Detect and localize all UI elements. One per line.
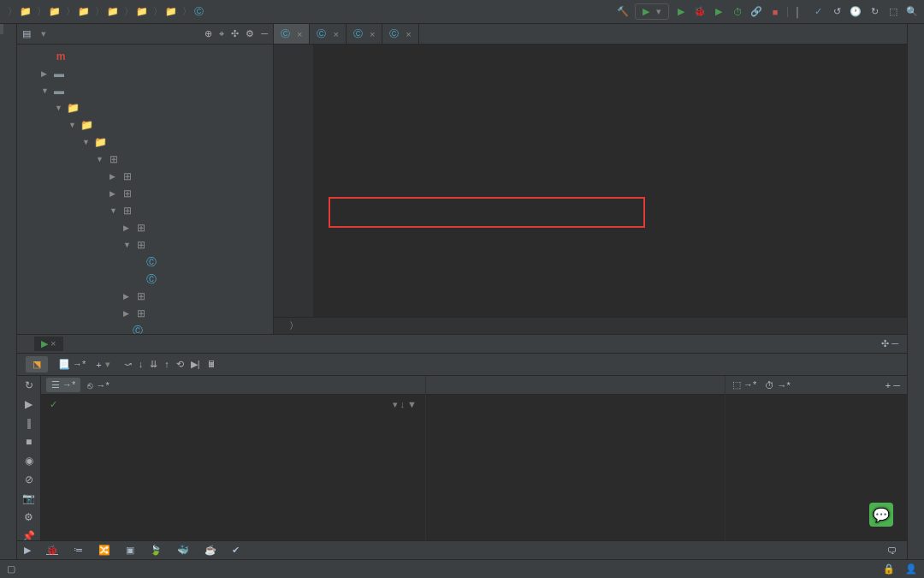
git-revert-icon[interactable]: ↻ (868, 5, 881, 19)
resume-button[interactable]: ▶ (25, 398, 33, 410)
step-over-icon[interactable]: ⤻ (124, 359, 132, 370)
tree-folder[interactable]: ▼📁 (17, 99, 273, 116)
tab-structure[interactable] (0, 34, 3, 45)
hide-icon[interactable]: ✣ (231, 28, 239, 39)
bottom-tab-debug[interactable]: 🐞 (46, 545, 62, 556)
bottom-tab-spring[interactable]: 🍃 (150, 545, 165, 556)
event-log[interactable]: 🗨 (887, 545, 900, 556)
close-icon[interactable]: × (406, 29, 411, 39)
tree-package[interactable]: ▶⊞ (17, 305, 273, 322)
threads-tab[interactable]: ⎋ →* (87, 380, 109, 390)
run-button[interactable]: ▶ (674, 5, 688, 19)
debug-run-config[interactable]: ▶ × (34, 337, 63, 351)
close-icon[interactable]: × (333, 29, 338, 39)
memory-tab[interactable]: ⬚ →* (732, 379, 756, 390)
tree-source-folder[interactable]: ▼📁 (17, 134, 273, 151)
tree-package[interactable]: ▶⊞ (17, 168, 273, 185)
bottom-tab-todo[interactable]: ≔ (74, 545, 86, 556)
run-to-cursor-icon[interactable]: ▶| (191, 359, 200, 370)
tree-file[interactable]: m (17, 48, 273, 65)
bottom-tab-luacheck[interactable]: ✔ (232, 545, 243, 556)
step-out-icon[interactable]: ↑ (164, 359, 169, 370)
settings-icon[interactable]: ⚙ (246, 28, 254, 39)
bottom-tab-vcs[interactable]: 🔀 (98, 545, 114, 556)
bottom-tab-terminal[interactable]: ▣ (126, 545, 138, 556)
tree-package[interactable]: ▼⊞ (17, 236, 273, 253)
editor-breadcrumb[interactable]: 〉 (274, 317, 907, 334)
bottom-tab-jee[interactable]: ☕ (204, 545, 220, 556)
git-history-icon[interactable]: 🕐 (849, 5, 862, 19)
step-into-icon[interactable]: ↓ (139, 359, 144, 370)
evaluate-icon[interactable]: 🖩 (207, 359, 216, 370)
rerun-button[interactable]: ↻ (25, 379, 33, 391)
git-commit-icon[interactable]: ↺ (830, 5, 844, 19)
tree-class[interactable]: Ⓒ (17, 253, 273, 271)
drop-frame-icon[interactable]: ⟲ (176, 359, 184, 370)
tree-package[interactable]: ▶⊞ (17, 185, 273, 202)
editor-tab[interactable]: Ⓒ× (274, 24, 310, 44)
breadcrumb-item[interactable]: 📁 (78, 6, 92, 17)
stop-button[interactable]: ■ (768, 5, 782, 19)
git-update-icon[interactable]: ✓ (811, 5, 825, 19)
stop-button[interactable]: ■ (26, 436, 32, 448)
frames-tab[interactable]: ☰ →* (46, 378, 80, 392)
editor-tab[interactable]: Ⓒ× (382, 24, 418, 44)
run-config-selector[interactable]: ▶ ▾ (635, 3, 669, 20)
code-view[interactable] (313, 45, 907, 317)
tab-database[interactable] (908, 34, 924, 45)
bottom-tab-docker[interactable]: 🐳 (177, 545, 192, 556)
tree-class[interactable]: Ⓒ (17, 271, 273, 288)
breadcrumb-item[interactable]: 📁 (20, 6, 34, 17)
lock-icon[interactable]: 🔒 (883, 563, 895, 575)
minimize-icon[interactable]: ✣ ─ (881, 338, 898, 349)
attach-button[interactable]: 🔗 (749, 5, 763, 19)
status-icon[interactable]: ▢ (7, 563, 15, 575)
tree-package[interactable]: ▶⊞ (17, 288, 273, 305)
tree-package[interactable]: ▼⊞ (17, 202, 273, 219)
select-opened-icon[interactable]: ⌖ (219, 28, 224, 39)
tab-project[interactable] (0, 24, 3, 34)
editor-tab[interactable]: Ⓒ× (310, 24, 346, 44)
build-icon[interactable]: 🔨 (616, 5, 630, 19)
dump-button[interactable]: 📷 (22, 492, 35, 504)
coverage-button[interactable]: ▶ (712, 5, 726, 19)
breadcrumb-item[interactable]: 📁 (49, 6, 63, 17)
breadcrumb-item[interactable]: 📁 (136, 6, 151, 17)
tree-module[interactable]: ▶▬ (17, 65, 273, 82)
project-tree[interactable]: m ▶▬ ▼▬ ▼📁 ▼📁 ▼📁 ▼⊞ ▶⊞ ▶⊞ ▼⊞ ▶⊞ ▼⊞ Ⓒ Ⓒ ▶… (17, 45, 273, 334)
tree-module[interactable]: ▼▬ (17, 82, 273, 99)
tab-bean-validation[interactable] (908, 45, 924, 55)
hector-icon[interactable]: 👤 (905, 563, 917, 575)
profile-button[interactable]: ⏱ (731, 5, 744, 19)
structure-icon[interactable]: ⬚ (886, 5, 900, 19)
console-tab[interactable]: 📃 →* (51, 356, 92, 372)
breadcrumb-item[interactable]: 📁 (107, 6, 121, 17)
editor-content[interactable] (274, 45, 907, 317)
variables-list[interactable] (426, 395, 725, 559)
editor-tab[interactable]: Ⓒ× (346, 24, 382, 44)
minimize-icon[interactable]: ─ (261, 28, 268, 39)
pause-button[interactable]: ‖ (27, 417, 32, 429)
force-step-into-icon[interactable]: ⇊ (150, 359, 157, 370)
debug-button[interactable]: 🐞 (693, 5, 707, 19)
bottom-tab-run[interactable]: ▶ (24, 545, 34, 556)
add-watch-icon[interactable]: + ─ (886, 380, 900, 390)
debugger-tab[interactable]: ⬔ (26, 356, 48, 372)
tab-maven[interactable] (908, 55, 924, 65)
close-icon[interactable]: × (297, 29, 302, 39)
tree-folder[interactable]: ▼📁 (17, 116, 273, 134)
breadcrumb-item[interactable]: 📁 (165, 6, 180, 17)
tab-gdata[interactable] (908, 65, 924, 75)
tab-ant-build[interactable] (908, 24, 924, 34)
line-gutter[interactable] (274, 45, 313, 317)
tab-favorites[interactable] (0, 45, 3, 55)
frames-list[interactable] (41, 414, 425, 559)
mute-breakpoints-button[interactable]: ⊘ (25, 474, 33, 486)
settings-button[interactable]: ⚙ (24, 511, 33, 523)
breadcrumb-item[interactable]: Ⓒ (194, 5, 206, 18)
tab-web[interactable] (0, 55, 3, 65)
search-icon[interactable]: 🔍 (905, 5, 919, 19)
overhead-tab[interactable]: ⏱ →* (765, 380, 790, 390)
collapse-icon[interactable]: ⊕ (204, 28, 212, 39)
tree-package[interactable]: ▶⊞ (17, 219, 273, 236)
